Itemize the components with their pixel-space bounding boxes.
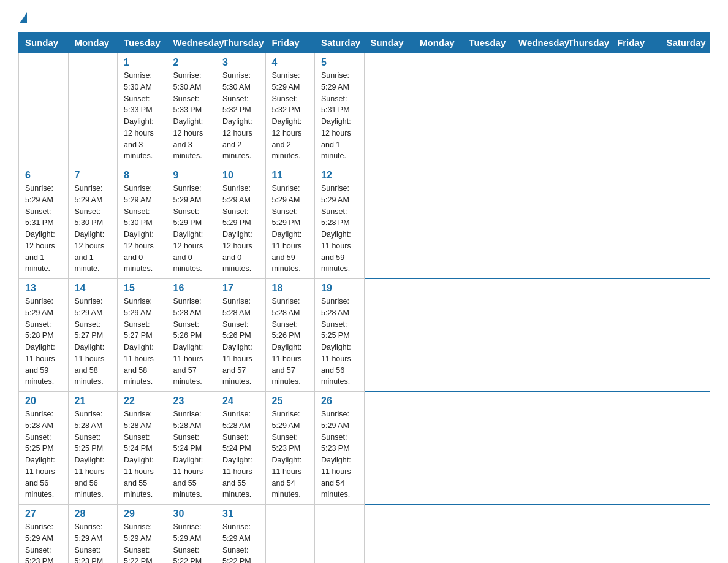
calendar-cell: 18Sunrise: 5:28 AM Sunset: 5:26 PM Dayli… [265,279,315,392]
day-number: 24 [222,396,259,407]
day-number: 31 [222,508,259,519]
page-header [18,12,710,23]
header-friday: Friday [265,33,315,53]
day-info: Sunrise: 5:29 AM Sunset: 5:23 PM Dayligh… [321,408,358,500]
day-info: Sunrise: 5:29 AM Sunset: 5:29 PM Dayligh… [272,183,309,275]
day-number: 2 [173,57,210,68]
calendar-cell: 23Sunrise: 5:28 AM Sunset: 5:24 PM Dayli… [167,392,216,505]
week-row-2: 6Sunrise: 5:29 AM Sunset: 5:31 PM Daylig… [19,166,710,279]
day-info: Sunrise: 5:28 AM Sunset: 5:26 PM Dayligh… [222,296,259,388]
calendar-cell [315,505,365,564]
day-info: Sunrise: 5:29 AM Sunset: 5:23 PM Dayligh… [272,408,309,500]
calendar-cell [19,53,69,166]
day-info: Sunrise: 5:29 AM Sunset: 5:22 PM Dayligh… [222,521,259,563]
day-number: 13 [25,283,62,294]
header-wednesday: Wednesday [167,33,216,53]
week-row-1: 1Sunrise: 5:30 AM Sunset: 5:33 PM Daylig… [19,53,710,166]
header-day-monday: Monday [414,33,463,53]
header-monday: Monday [68,33,118,53]
calendar-cell: 31Sunrise: 5:29 AM Sunset: 5:22 PM Dayli… [216,505,266,564]
calendar-cell [68,53,118,166]
day-info: Sunrise: 5:29 AM Sunset: 5:27 PM Dayligh… [124,296,161,388]
day-info: Sunrise: 5:29 AM Sunset: 5:27 PM Dayligh… [75,296,112,388]
calendar-cell: 12Sunrise: 5:29 AM Sunset: 5:28 PM Dayli… [315,166,365,279]
day-number: 16 [173,283,210,294]
week-row-5: 27Sunrise: 5:29 AM Sunset: 5:23 PM Dayli… [19,505,710,564]
day-info: Sunrise: 5:29 AM Sunset: 5:22 PM Dayligh… [124,521,161,563]
header-saturday: Saturday [315,33,365,53]
day-number: 25 [272,396,309,407]
calendar-cell: 7Sunrise: 5:29 AM Sunset: 5:30 PM Daylig… [68,166,118,279]
logo-triangle-icon [20,12,27,23]
calendar-cell: 26Sunrise: 5:29 AM Sunset: 5:23 PM Dayli… [315,392,365,505]
day-number: 6 [25,170,62,181]
day-info: Sunrise: 5:29 AM Sunset: 5:31 PM Dayligh… [25,183,62,275]
day-number: 4 [272,57,309,68]
day-number: 18 [272,283,309,294]
day-info: Sunrise: 5:29 AM Sunset: 5:30 PM Dayligh… [75,183,112,275]
day-number: 21 [75,396,112,407]
header-tuesday: Tuesday [118,33,167,53]
day-number: 5 [321,57,358,68]
day-info: Sunrise: 5:29 AM Sunset: 5:30 PM Dayligh… [124,183,161,275]
calendar-cell: 27Sunrise: 5:29 AM Sunset: 5:23 PM Dayli… [19,505,69,564]
day-info: Sunrise: 5:29 AM Sunset: 5:28 PM Dayligh… [25,296,62,388]
day-info: Sunrise: 5:30 AM Sunset: 5:33 PM Dayligh… [173,70,210,162]
day-info: Sunrise: 5:28 AM Sunset: 5:25 PM Dayligh… [321,296,358,388]
calendar-cell: 11Sunrise: 5:29 AM Sunset: 5:29 PM Dayli… [265,166,315,279]
day-number: 27 [25,508,62,519]
day-number: 14 [75,283,112,294]
calendar-cell: 19Sunrise: 5:28 AM Sunset: 5:25 PM Dayli… [315,279,365,392]
day-info: Sunrise: 5:29 AM Sunset: 5:23 PM Dayligh… [25,521,62,563]
calendar-cell: 5Sunrise: 5:29 AM Sunset: 5:31 PM Daylig… [315,53,365,166]
day-number: 8 [124,170,161,181]
day-number: 7 [75,170,112,181]
day-info: Sunrise: 5:29 AM Sunset: 5:28 PM Dayligh… [321,183,358,275]
day-info: Sunrise: 5:29 AM Sunset: 5:32 PM Dayligh… [272,70,309,162]
day-number: 26 [321,396,358,407]
day-info: Sunrise: 5:29 AM Sunset: 5:29 PM Dayligh… [173,183,210,275]
calendar-cell: 13Sunrise: 5:29 AM Sunset: 5:28 PM Dayli… [19,279,69,392]
header-thursday: Thursday [216,33,266,53]
day-info: Sunrise: 5:29 AM Sunset: 5:23 PM Dayligh… [75,521,112,563]
calendar-cell: 10Sunrise: 5:29 AM Sunset: 5:29 PM Dayli… [216,166,266,279]
day-info: Sunrise: 5:29 AM Sunset: 5:29 PM Dayligh… [222,183,259,275]
week-row-4: 20Sunrise: 5:28 AM Sunset: 5:25 PM Dayli… [19,392,710,505]
header-day-friday: Friday [611,33,661,53]
calendar-cell: 4Sunrise: 5:29 AM Sunset: 5:32 PM Daylig… [265,53,315,166]
calendar-cell: 30Sunrise: 5:29 AM Sunset: 5:22 PM Dayli… [167,505,216,564]
calendar-cell: 2Sunrise: 5:30 AM Sunset: 5:33 PM Daylig… [167,53,216,166]
day-number: 19 [321,283,358,294]
calendar-cell: 16Sunrise: 5:28 AM Sunset: 5:26 PM Dayli… [167,279,216,392]
calendar-header-row: SundayMondayTuesdayWednesdayThursdayFrid… [19,33,710,53]
day-number: 10 [222,170,259,181]
logo [18,12,27,23]
day-info: Sunrise: 5:29 AM Sunset: 5:31 PM Dayligh… [321,70,358,162]
header-day-sunday: Sunday [364,33,414,53]
week-row-3: 13Sunrise: 5:29 AM Sunset: 5:28 PM Dayli… [19,279,710,392]
calendar-cell: 15Sunrise: 5:29 AM Sunset: 5:27 PM Dayli… [118,279,167,392]
calendar-cell [265,505,315,564]
header-day-tuesday: Tuesday [463,33,512,53]
calendar-cell: 21Sunrise: 5:28 AM Sunset: 5:25 PM Dayli… [68,392,118,505]
calendar-cell: 29Sunrise: 5:29 AM Sunset: 5:22 PM Dayli… [118,505,167,564]
day-info: Sunrise: 5:30 AM Sunset: 5:33 PM Dayligh… [124,70,161,162]
day-number: 12 [321,170,358,181]
day-info: Sunrise: 5:28 AM Sunset: 5:26 PM Dayligh… [173,296,210,388]
header-day-saturday: Saturday [660,33,710,53]
calendar-cell: 24Sunrise: 5:28 AM Sunset: 5:24 PM Dayli… [216,392,266,505]
day-number: 28 [75,508,112,519]
day-info: Sunrise: 5:28 AM Sunset: 5:25 PM Dayligh… [25,408,62,500]
day-number: 1 [124,57,161,68]
calendar-cell: 6Sunrise: 5:29 AM Sunset: 5:31 PM Daylig… [19,166,69,279]
day-number: 9 [173,170,210,181]
calendar-cell: 25Sunrise: 5:29 AM Sunset: 5:23 PM Dayli… [265,392,315,505]
calendar-cell: 14Sunrise: 5:29 AM Sunset: 5:27 PM Dayli… [68,279,118,392]
calendar-cell: 9Sunrise: 5:29 AM Sunset: 5:29 PM Daylig… [167,166,216,279]
day-number: 22 [124,396,161,407]
calendar-cell: 22Sunrise: 5:28 AM Sunset: 5:24 PM Dayli… [118,392,167,505]
calendar-table: SundayMondayTuesdayWednesdayThursdayFrid… [18,32,710,563]
day-info: Sunrise: 5:30 AM Sunset: 5:32 PM Dayligh… [222,70,259,162]
calendar-cell: 8Sunrise: 5:29 AM Sunset: 5:30 PM Daylig… [118,166,167,279]
day-number: 23 [173,396,210,407]
